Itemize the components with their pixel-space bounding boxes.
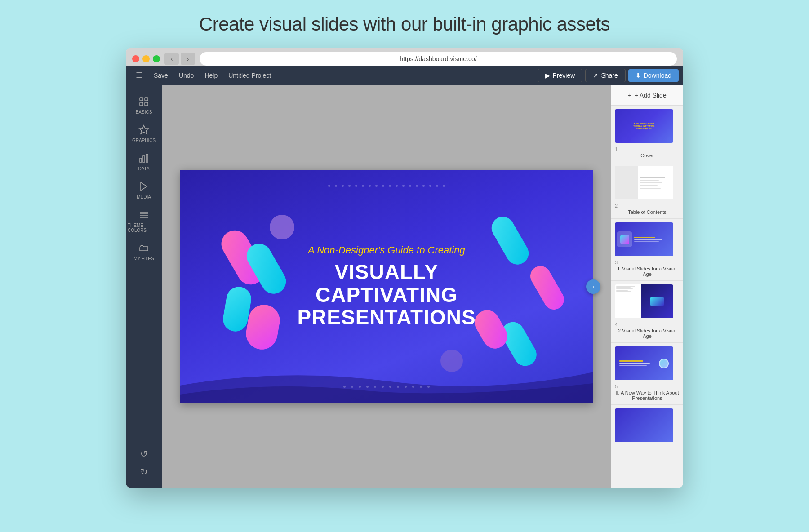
preview-button[interactable]: ▶ Preview [538,69,583,82]
share-label: Share [601,72,618,79]
svg-rect-6 [143,156,145,162]
data-icon [138,152,150,164]
sidebar-item-theme-colors[interactable]: THEME COLORS [126,203,162,236]
slide-5-label: II. A New Way to Think About Presentatio… [615,390,680,401]
sidebar-item-data[interactable]: DATA [126,146,162,175]
traffic-lights [132,55,160,62]
forward-button[interactable]: › [181,53,195,65]
my-files-icon [138,242,150,254]
sidebar-item-basics[interactable]: BASICS [126,90,162,118]
slide-content: A Non-Designer's Guide to Creating VISUA… [274,244,499,329]
graphics-icon [138,124,150,136]
app-toolbar: ☰ Save Undo Help Untitled Project ▶ Prev… [126,66,683,85]
slide-4-label: 2 Visual Slides for a Visual Age [615,328,680,339]
collapse-panel-button[interactable]: › [586,279,600,294]
slide-thumb-5[interactable]: 5 II. A New Way to Think About Presentat… [611,343,683,405]
slide-thumb-1[interactable]: A Non-Designer's GuideVISUALLY CAPTIVATI… [611,106,683,162]
sidebar: BASICS GRAPHICS DATA MEDIA [126,85,162,488]
sidebar-bottom: ↺ ↻ [126,445,162,488]
my-files-label: MY FILES [133,256,154,261]
theme-colors-label: THEME COLORS [128,223,160,233]
back-button[interactable]: ‹ [164,53,179,65]
slide-3-preview [615,222,673,256]
data-label: DATA [138,166,149,171]
address-bar[interactable]: https://dashboard.visme.co/ [200,52,677,66]
decorative-shape-pink-right [527,262,568,313]
slide-panel: + + Add Slide A Non-Designer's GuideVISU… [611,85,683,488]
canvas-area: A Non-Designer's Guide to Creating VISUA… [162,85,611,488]
share-button[interactable]: ↗ Share [585,69,625,82]
graphics-label: GRAPHICS [132,138,156,143]
slide-dots-bottom [270,386,503,388]
slide-title: VISUALLY CAPTIVATING PRESENTATIONS [274,261,499,329]
download-button[interactable]: ⬇ Download [628,69,679,82]
svg-rect-5 [140,158,142,162]
slide-thumb-6[interactable] [611,405,683,446]
slide-thumb-2[interactable]: 2 Table of Contents [611,162,683,219]
page-headline: Create visual slides with our built-in g… [199,13,610,35]
media-label: MEDIA [137,195,151,200]
download-icon: ⬇ [636,72,641,79]
sidebar-item-graphics[interactable]: GRAPHICS [126,118,162,146]
url-text: https://dashboard.visme.co/ [400,55,476,62]
slide-wave [180,359,593,403]
save-button[interactable]: Save [148,66,173,85]
svg-rect-2 [140,102,143,106]
basics-label: BASICS [136,110,152,115]
basics-icon [138,95,150,108]
theme-colors-icon [138,208,150,221]
sidebar-item-media[interactable]: MEDIA [126,175,162,203]
share-icon: ↗ [593,72,598,79]
slide-3-num: 3 [615,260,618,265]
slide-3-label: I. Visual Slides for a Visual Age [615,266,680,277]
menu-icon[interactable]: ☰ [130,71,148,80]
add-slide-button[interactable]: + + Add Slide [611,85,683,106]
preview-icon: ▶ [545,72,550,79]
media-icon [138,180,150,193]
slide-4-preview [615,284,673,318]
project-title: Untitled Project [223,72,276,79]
slide-4-num: 4 [615,322,618,327]
minimize-button[interactable] [142,55,150,62]
svg-marker-8 [141,182,147,191]
app-body: BASICS GRAPHICS DATA MEDIA [126,85,683,488]
slide-thumb-4[interactable]: 4 2 Visual Slides for a Visual Age [611,281,683,343]
preview-label: Preview [553,72,575,79]
slide-5-preview [615,346,673,380]
slide-2-num: 2 [615,203,618,208]
slide-1-preview: A Non-Designer's GuideVISUALLY CAPTIVATI… [615,109,673,143]
main-slide[interactable]: A Non-Designer's Guide to Creating VISUA… [180,170,593,403]
svg-rect-3 [145,102,148,106]
add-slide-label: + Add Slide [634,92,666,99]
slide-2-preview [615,166,673,200]
add-slide-icon: + [628,92,631,99]
maximize-button[interactable] [153,55,160,62]
slide-dots-top [243,179,530,192]
slide-1-label: Cover [615,153,680,158]
canvas-wrapper: A Non-Designer's Guide to Creating VISUA… [180,170,593,403]
decorative-shape-circle-top [270,215,294,239]
browser-window: ‹ › https://dashboard.visme.co/ ☰ Save U… [126,48,683,488]
slide-subtitle: A Non-Designer's Guide to Creating [274,244,499,256]
download-label: Download [644,72,671,79]
svg-rect-0 [140,98,143,101]
sidebar-item-my-files[interactable]: MY FILES [126,236,162,265]
slide-6-preview [615,408,673,442]
close-button[interactable] [132,55,139,62]
undo-icon[interactable]: ↺ [137,445,151,463]
slide-1-mini-text: A Non-Designer's GuideVISUALLY CAPTIVATI… [634,122,655,130]
undo-button[interactable]: Undo [173,66,199,85]
help-button[interactable]: Help [199,66,223,85]
nav-buttons: ‹ › [164,53,195,65]
slide-2-label: Table of Contents [615,209,680,215]
browser-chrome: ‹ › https://dashboard.visme.co/ [126,48,683,66]
svg-rect-7 [146,154,148,162]
slide-thumb-3[interactable]: 3 I. Visual Slides for a Visual Age [611,219,683,281]
svg-marker-4 [139,125,148,134]
slide-1-num: 1 [615,146,618,152]
redo-icon[interactable]: ↻ [137,463,151,481]
svg-rect-1 [145,98,148,101]
slide-5-num: 5 [615,384,618,389]
